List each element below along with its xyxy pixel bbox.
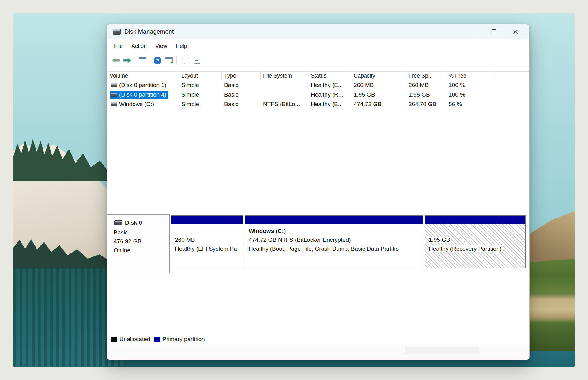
console-tree-icon[interactable] bbox=[139, 57, 146, 63]
cell-capacity: 260 MB bbox=[351, 80, 406, 90]
menu-view[interactable]: View bbox=[151, 41, 172, 51]
partition-status: Healthy (EFI System Pa bbox=[175, 244, 240, 253]
disk-icon bbox=[114, 220, 122, 225]
column-header-status[interactable]: Status bbox=[308, 72, 351, 80]
disk0-status: Online bbox=[114, 246, 169, 255]
cell-type: Basic bbox=[222, 90, 261, 99]
disk0-title: Disk 0 bbox=[114, 219, 169, 226]
volume-row-windows-c[interactable]: Windows (C:) Simple Basic NTFS (BitLo...… bbox=[107, 99, 529, 109]
cell-free-space: 264.70 GB bbox=[406, 99, 446, 109]
properties-icon[interactable] bbox=[194, 57, 200, 64]
partition-body: Windows (C:) 474.72 GB NTFS (BitLocker E… bbox=[245, 224, 423, 268]
disk0-info-box[interactable]: Disk 0 Basic 476.92 GB Online bbox=[107, 214, 170, 273]
minimize-button[interactable] bbox=[466, 26, 479, 37]
partition-efi[interactable]: 260 MB Healthy (EFI System Pa bbox=[171, 215, 243, 268]
cell-status: Healthy (E... bbox=[308, 80, 351, 90]
help-icon[interactable]: ? bbox=[154, 57, 161, 64]
cell-type: Basic bbox=[222, 80, 261, 90]
legend-primary-partition: Primary partition bbox=[154, 336, 205, 343]
cell-free-space: 1.95 GB bbox=[406, 90, 446, 99]
action-pane-icon[interactable] bbox=[182, 58, 189, 63]
cell-filler bbox=[494, 99, 529, 109]
cell-volume: (Disk 0 partition 4) bbox=[107, 90, 179, 99]
cell-layout: Simple bbox=[179, 80, 222, 90]
column-header-free-space[interactable]: Free Sp... bbox=[406, 72, 446, 80]
column-header-type[interactable]: Type bbox=[222, 72, 261, 80]
partition-status: Healthy (Boot, Page File, Crash Dump, Ba… bbox=[249, 244, 420, 253]
volume-select-target[interactable]: (Disk 0 partition 4) bbox=[110, 91, 168, 99]
volume-label: (Disk 0 partition 1) bbox=[119, 82, 166, 89]
close-button[interactable] bbox=[509, 26, 522, 37]
maximize-icon bbox=[492, 29, 496, 34]
column-header-capacity[interactable]: Capacity bbox=[351, 72, 406, 80]
legend-label: Primary partition bbox=[162, 336, 205, 343]
disk-management-window: Disk Management File Action View Help ? bbox=[107, 24, 530, 360]
minimize-icon bbox=[470, 32, 475, 32]
caption-controls bbox=[466, 26, 522, 37]
column-header-file-system[interactable]: File System bbox=[261, 72, 308, 80]
toolbar-separator bbox=[135, 56, 135, 64]
volume-list: Volume Layout Type File System Status Ca… bbox=[107, 71, 529, 210]
primary-partition-stripe bbox=[425, 216, 525, 224]
partition-windows-c[interactable]: Windows (C:) 474.72 GB NTFS (BitLocker E… bbox=[245, 215, 423, 268]
cell-file-system: NTFS (BitLo... bbox=[261, 99, 308, 109]
toolbar-separator bbox=[176, 56, 177, 64]
close-icon bbox=[513, 29, 518, 34]
partition-strip: 260 MB Healthy (EFI System Pa Windows (C… bbox=[171, 215, 526, 268]
cell-filler bbox=[494, 90, 529, 99]
cell-free-space: 260 MB bbox=[406, 80, 446, 90]
column-header-layout[interactable]: Layout bbox=[179, 72, 222, 80]
titlebar[interactable]: Disk Management bbox=[107, 24, 529, 39]
disk0-kind: Basic bbox=[114, 228, 169, 237]
partition-name bbox=[175, 226, 240, 235]
primary-partition-stripe bbox=[245, 216, 423, 224]
partition-name: Windows (C:) bbox=[249, 226, 420, 235]
export-badge-icon bbox=[171, 61, 173, 64]
menu-action[interactable]: Action bbox=[127, 41, 151, 51]
forward-icon[interactable] bbox=[123, 58, 131, 63]
volume-select-target[interactable]: Windows (C:) bbox=[110, 100, 156, 108]
cell-type: Basic bbox=[222, 99, 261, 109]
export-list-icon[interactable] bbox=[165, 57, 173, 63]
legend: Unallocated Primary partition bbox=[111, 336, 205, 343]
primary-partition-stripe bbox=[171, 216, 243, 224]
back-icon[interactable] bbox=[112, 58, 120, 63]
cell-filler bbox=[494, 80, 529, 90]
volume-label: (Disk 0 partition 4) bbox=[119, 91, 166, 98]
disk0-size: 476.92 GB bbox=[114, 237, 169, 246]
cell-volume: (Disk 0 partition 1) bbox=[107, 80, 179, 90]
partition-size: 1.95 GB bbox=[429, 237, 451, 243]
cell-pct-free: 100 % bbox=[446, 80, 494, 90]
volume-row-partition-4[interactable]: (Disk 0 partition 4) Simple Basic Health… bbox=[107, 90, 529, 99]
partition-body: 1.95 GB Healthy (Recovery Partition) bbox=[425, 224, 525, 268]
window-title: Disk Management bbox=[124, 28, 174, 35]
cell-pct-free: 56 % bbox=[446, 99, 494, 109]
partition-status: Healthy (Recovery Partition) bbox=[429, 245, 503, 252]
column-header-volume[interactable]: Volume bbox=[107, 72, 179, 80]
menubar: File Action View Help bbox=[107, 39, 529, 53]
cell-pct-free: 100 % bbox=[446, 90, 494, 99]
menu-help[interactable]: Help bbox=[172, 41, 191, 51]
drive-icon bbox=[111, 102, 117, 106]
column-header-pct-free[interactable]: % Free bbox=[446, 72, 494, 80]
volume-list-header: Volume Layout Type File System Status Ca… bbox=[107, 72, 529, 80]
maximize-button[interactable] bbox=[488, 26, 500, 37]
partition-size: 474.72 GB NTFS (BitLocker Encrypted) bbox=[249, 235, 420, 244]
volume-label: Windows (C:) bbox=[119, 101, 154, 108]
statusbar-pane bbox=[405, 347, 479, 354]
cell-status: Healthy (B... bbox=[308, 99, 351, 109]
cell-capacity: 474.72 GB bbox=[351, 99, 406, 109]
cell-layout: Simple bbox=[179, 99, 222, 109]
partition-recovery[interactable]: 1.95 GB Healthy (Recovery Partition) bbox=[425, 215, 526, 268]
cell-layout: Simple bbox=[179, 90, 222, 99]
desktop: Disk Management File Action View Help ? bbox=[0, 0, 588, 380]
legend-label: Unallocated bbox=[119, 336, 150, 343]
disk-management-app-icon bbox=[113, 29, 121, 35]
volume-row-partition-1[interactable]: (Disk 0 partition 1) Simple Basic Health… bbox=[107, 80, 529, 90]
volume-select-target[interactable]: (Disk 0 partition 1) bbox=[110, 81, 168, 89]
unallocated-swatch-icon bbox=[111, 337, 117, 342]
partition-name bbox=[429, 226, 523, 235]
cell-file-system bbox=[261, 80, 308, 90]
partition-body: 260 MB Healthy (EFI System Pa bbox=[171, 224, 243, 268]
menu-file[interactable]: File bbox=[110, 41, 127, 51]
